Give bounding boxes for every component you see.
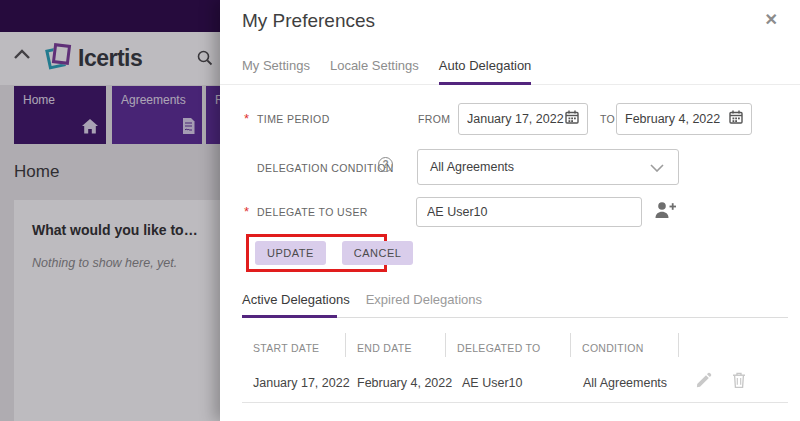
required-marker: * xyxy=(244,204,249,219)
col-header-start-date: START DATE xyxy=(253,342,319,354)
cell-end-date: February 4, 2022 xyxy=(357,376,452,390)
row-divider xyxy=(242,402,788,403)
from-date-field xyxy=(458,103,588,135)
tab-auto-delegation[interactable]: Auto Delegation xyxy=(439,58,532,85)
delegations-tabs: Active Delegations Expired Delegations xyxy=(242,292,498,307)
update-button[interactable]: UPDATE xyxy=(255,241,326,265)
delete-trash-icon[interactable] xyxy=(732,372,746,392)
delegate-to-user-label: DELEGATE TO USER xyxy=(257,206,368,218)
to-date-field xyxy=(616,103,752,135)
column-separator xyxy=(570,333,571,357)
delegate-to-user-input[interactable] xyxy=(427,205,631,219)
column-separator xyxy=(678,333,679,357)
to-date-input[interactable] xyxy=(625,112,729,126)
cell-condition: All Agreements xyxy=(583,376,667,390)
col-header-condition: CONDITION xyxy=(582,342,644,354)
active-tab-underline xyxy=(242,315,337,318)
to-label: TO xyxy=(600,113,615,125)
edit-pencil-icon[interactable] xyxy=(696,372,712,392)
cancel-button[interactable]: CANCEL xyxy=(342,241,414,265)
from-label: FROM xyxy=(418,113,451,125)
preferences-tabs: My Settings Locale Settings Auto Delegat… xyxy=(242,58,800,85)
delegate-to-user-field xyxy=(416,197,642,227)
cell-start-date: January 17, 2022 xyxy=(253,376,350,390)
chevron-down-icon xyxy=(650,158,664,176)
help-icon[interactable]: ? xyxy=(378,157,393,172)
delegation-condition-label: DELEGATION CONDITION xyxy=(257,162,394,174)
tab-locale-settings[interactable]: Locale Settings xyxy=(330,58,419,85)
calendar-icon[interactable] xyxy=(729,110,743,128)
col-header-end-date: END DATE xyxy=(357,342,412,354)
modal-title: My Preferences xyxy=(242,10,375,32)
cell-delegated-to: AE User10 xyxy=(462,376,522,390)
column-separator xyxy=(445,333,446,357)
time-period-label: TIME PERIOD xyxy=(257,113,330,125)
from-date-input[interactable] xyxy=(467,112,565,126)
col-header-delegated-to: DELEGATED TO xyxy=(457,342,541,354)
tab-active-delegations[interactable]: Active Delegations xyxy=(242,292,350,307)
tab-expired-delegations[interactable]: Expired Delegations xyxy=(366,292,482,307)
tab-my-settings[interactable]: My Settings xyxy=(242,58,310,85)
close-icon[interactable]: ✕ xyxy=(765,10,778,29)
delegation-condition-select[interactable]: All Agreements xyxy=(417,149,679,185)
calendar-icon[interactable] xyxy=(565,110,579,128)
annotation-highlight-box: UPDATE CANCEL xyxy=(246,234,387,272)
add-user-icon[interactable] xyxy=(654,201,677,223)
column-separator xyxy=(345,333,346,357)
my-preferences-modal: My Preferences ✕ My Settings Locale Sett… xyxy=(220,0,800,421)
required-marker: * xyxy=(244,111,249,126)
delegation-condition-value: All Agreements xyxy=(430,160,514,174)
